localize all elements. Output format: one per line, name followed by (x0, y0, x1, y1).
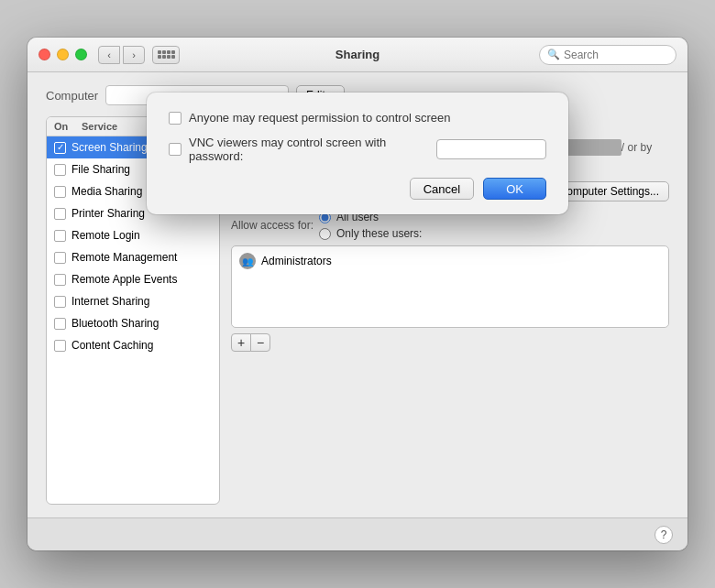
main-window: ‹ › Sharing 🔍 Computer Edit... (28, 38, 688, 550)
modal-password-input[interactable] (436, 139, 546, 159)
modal-overlay: Anyone may request permission to control… (28, 38, 688, 550)
modal-checkbox-row-1: Anyone may request permission to control… (169, 111, 546, 125)
modal-checkbox-1[interactable] (169, 112, 182, 125)
modal-buttons: Cancel OK (169, 178, 546, 200)
modal-checkbox-2[interactable] (169, 143, 182, 156)
modal-label-2: VNC viewers may control screen with pass… (189, 136, 429, 163)
modal-cancel-button[interactable]: Cancel (410, 178, 474, 200)
modal-label-1: Anyone may request permission to control… (189, 111, 450, 125)
modal-dialog: Anyone may request permission to control… (147, 93, 568, 214)
modal-checkbox-row-2: VNC viewers may control screen with pass… (169, 136, 546, 163)
modal-ok-button[interactable]: OK (483, 178, 546, 200)
